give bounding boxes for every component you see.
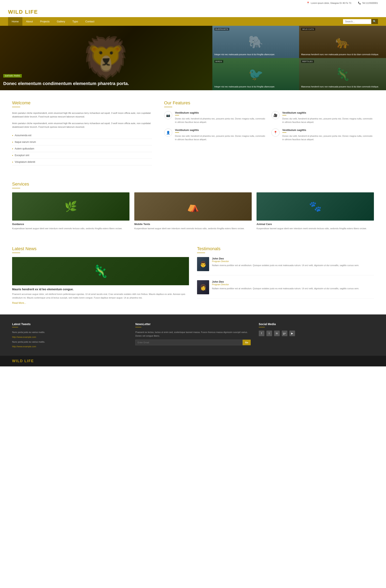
service-card-1: ⛺ Mobile Tents Kuspendisse laoreet augue… bbox=[134, 192, 252, 230]
feature-item-0: 📷 Vestibulum sagittis Donec dui velit, h… bbox=[164, 111, 267, 124]
testi-list: 👨 John Deo Program Director Nullam viver… bbox=[197, 257, 374, 298]
social-googleplus[interactable]: g+ bbox=[282, 331, 287, 336]
social-instagram[interactable]: in bbox=[274, 331, 280, 336]
newsletter-email-input[interactable] bbox=[135, 340, 243, 345]
testi-title: Testimonals bbox=[197, 246, 374, 252]
phone-contact: 📞 Tel:1115500001 bbox=[358, 2, 378, 4]
hero-cell-elephants: 🐘 ELEPHANTS Integer nisi nec malesuada p… bbox=[212, 26, 299, 58]
birds-text: Integer nisi nec malesuada posuere risus… bbox=[214, 85, 297, 88]
address-contact: 📍 Lorem ipsum dolor, Glasgow Dr 46 Fe 72… bbox=[307, 2, 352, 4]
testi-text-1: Nullam viverra porttitor est at vestibul… bbox=[212, 287, 359, 290]
hero-title: Donec elementum condimentum elementum ph… bbox=[3, 81, 210, 86]
service-card-2: 🐾 Animal Care Kuspendisse laoreet augue … bbox=[256, 192, 374, 230]
search-input[interactable] bbox=[343, 19, 371, 24]
services-section: Services 🌿 Guidance Kuspendisse laoreet … bbox=[0, 175, 386, 240]
footer-newsletter: NewsLetter Praesent ex lectus, luctus ut… bbox=[135, 322, 250, 348]
nav-projects[interactable]: Projects bbox=[37, 17, 53, 26]
tweet1-link[interactable]: http://www.example.com bbox=[12, 336, 127, 338]
features-title: Our Features bbox=[164, 100, 374, 105]
feature-item-2: 👤 Vestibulum sagittis Donec dui velit, h… bbox=[164, 128, 267, 141]
address-text: Lorem ipsum dolor, Glasgow Dr 46 Fe 72. bbox=[311, 2, 352, 4]
service-desc-0: Kuspendisse laoreet augue iderti wer int… bbox=[12, 227, 130, 230]
social-facebook[interactable]: f bbox=[259, 331, 264, 336]
service-img-guidance: 🌿 bbox=[12, 192, 130, 221]
testi-item-1: 👩 John Deo Program Director Nullam viver… bbox=[197, 280, 374, 298]
feature-underline-3 bbox=[282, 132, 286, 133]
welcome-para2: Anim pariatur cliche reprehenderit, enim… bbox=[12, 122, 152, 129]
feature-content-3: Vestibulum sagittis Donec dui velit, hen… bbox=[282, 128, 374, 141]
wildcats-label: WILD CATS bbox=[301, 28, 315, 31]
newsletter-input-row: Go bbox=[135, 340, 250, 345]
social-youtube[interactable]: ▶ bbox=[289, 331, 295, 336]
service-name-2: Animal Care bbox=[256, 223, 374, 226]
nav-gallery[interactable]: Gallery bbox=[53, 17, 69, 26]
tweet2-text: Nunc porta justo eu varius mattis. bbox=[12, 340, 127, 344]
elephants-label: ELEPHANTS bbox=[214, 28, 229, 31]
feature-icon-2: 👤 bbox=[164, 128, 172, 137]
testi-role-0: Program Director bbox=[212, 260, 359, 262]
nav-typo[interactable]: Typo bbox=[69, 17, 82, 26]
feature-title-2: Vestibulum sagittis bbox=[175, 128, 267, 131]
read-more-link[interactable]: Read More... bbox=[12, 302, 26, 304]
footer-social-title: Social Media bbox=[259, 322, 374, 326]
list-item: Autem quibusdam bbox=[12, 146, 152, 152]
hero-grid: 🐘 ELEPHANTS Integer nisi nec malesuada p… bbox=[212, 26, 386, 90]
news-article-text: Praesent accumsan augue dolor, vel eleif… bbox=[12, 293, 189, 299]
footer-social-underline bbox=[259, 327, 265, 327]
wildcat-emoji: 🐆 bbox=[335, 35, 350, 49]
testi-text-0: Nullam viverra porttitor est at vestibul… bbox=[212, 264, 359, 267]
footer-tweets-title: Latest Tweets bbox=[12, 322, 127, 326]
welcome-col: Welcome Anim pariatur cliche reprehender… bbox=[12, 100, 152, 165]
feature-underline-0 bbox=[175, 115, 179, 115]
welcome-list: Assumenda est Itaque earum rerum Autem q… bbox=[12, 132, 152, 165]
newsletter-submit-button[interactable]: Go bbox=[243, 340, 250, 345]
search-button[interactable]: 🔍 bbox=[371, 19, 378, 24]
feature-text-0: Donec dui velit, hendrerit id pharetra n… bbox=[175, 117, 267, 124]
feature-underline-1 bbox=[282, 115, 286, 115]
testi-item-0: 👨 John Deo Program Director Nullam viver… bbox=[197, 257, 374, 275]
hero-section: 🦁 SAFARI PARK Donec elementum condimentu… bbox=[0, 26, 386, 90]
feature-title-0: Vestibulum sagittis bbox=[175, 111, 267, 114]
list-item: Assumenda est bbox=[12, 132, 152, 139]
features-col: Our Features 📷 Vestibulum sagittis Donec… bbox=[164, 100, 374, 165]
phone-text: Tel:1115500001 bbox=[362, 2, 378, 4]
service-desc-1: Kuspendisse laoreet augue iderti wer int… bbox=[134, 227, 252, 230]
nav-home[interactable]: Home bbox=[8, 17, 23, 26]
nav-contact[interactable]: Contact bbox=[82, 17, 98, 26]
footer-social: Social Media f t in g+ ▶ bbox=[259, 322, 374, 348]
feature-title-3: Vestibulum sagittis bbox=[282, 128, 374, 131]
wildcats-text: Maecenas hendrerit nunc non malesuada po… bbox=[301, 53, 384, 56]
hero-label: SAFARI PARK bbox=[3, 74, 22, 78]
tweet2-link[interactable]: http://www.example.com bbox=[12, 345, 127, 348]
bird-emoji: 🐦 bbox=[248, 67, 263, 81]
logo[interactable]: WILD LIFE bbox=[8, 9, 38, 15]
features-underline bbox=[164, 107, 172, 107]
feature-content-1: Vestibulum sagittis Donec dui velit, hen… bbox=[282, 111, 374, 124]
service-desc-2: Kuspendisse laoreet augue iderti wer int… bbox=[256, 227, 374, 230]
welcome-para1: Anim pariatur cliche reprehenderit, enim… bbox=[12, 111, 152, 119]
feature-text-1: Donec dui velit, hendrerit id pharetra n… bbox=[282, 117, 374, 124]
social-twitter[interactable]: t bbox=[266, 331, 272, 336]
testi-col: Testimonals 👨 John Deo Program Director … bbox=[197, 246, 374, 304]
testi-avatar-0: 👨 bbox=[197, 257, 209, 271]
services-grid: 🌿 Guidance Kuspendisse laoreet augue ide… bbox=[12, 192, 374, 230]
footer-bottom: WILD LIFE bbox=[0, 356, 386, 366]
footer-tweets: Latest Tweets Nunc porta justo eu varius… bbox=[12, 322, 127, 348]
feature-underline-2 bbox=[175, 132, 179, 133]
reptiles-label: REPTILES bbox=[301, 60, 314, 63]
hero-lion-emoji: 🦁 bbox=[0, 26, 212, 90]
nav-about[interactable]: About bbox=[23, 17, 37, 26]
elephants-text: Integer nisi nec malesuada posuere risus… bbox=[214, 53, 297, 56]
hero-background: 🦁 bbox=[0, 26, 212, 90]
news-underline bbox=[12, 252, 20, 253]
feature-content-2: Vestibulum sagittis Donec dui velit, hen… bbox=[175, 128, 267, 141]
welcome-features-row: Welcome Anim pariatur cliche reprehender… bbox=[0, 90, 386, 175]
footer: Latest Tweets Nunc porta justo eu varius… bbox=[0, 315, 386, 356]
service-img-care: 🐾 bbox=[256, 192, 374, 221]
feature-icon-0: 📷 bbox=[164, 111, 172, 119]
footer-logo: WILD LIFE bbox=[12, 359, 374, 363]
hero-cell-birds: 🐦 BIRDS Integer nisi nec malesuada posue… bbox=[212, 58, 299, 90]
search-wrap: 🔍 bbox=[343, 19, 378, 24]
welcome-title: Welcome bbox=[12, 100, 152, 105]
testi-content-1: John Deo Program Director Nullam viverra… bbox=[212, 280, 359, 294]
